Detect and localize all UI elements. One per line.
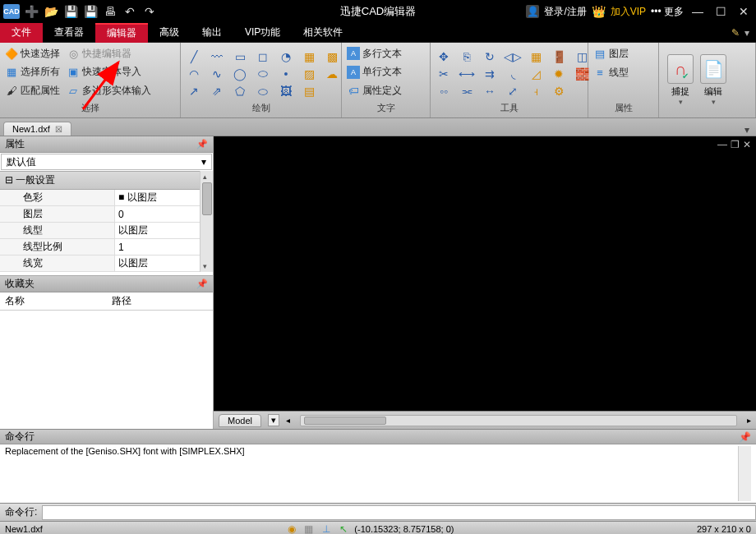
horizontal-scrollbar[interactable] [300,415,737,426]
favorites-col-path[interactable]: 路径 [107,294,214,308]
hscroll-right-icon[interactable]: ▸ [747,416,751,425]
linetype-button[interactable]: ≡线型 [593,66,653,80]
explode-tool-icon[interactable]: ✹ [551,66,567,82]
tab-file[interactable]: 文件 [0,23,43,43]
filetab-dropdown-icon[interactable]: ▾ [744,124,749,136]
tab-viewer[interactable]: 查看器 [43,23,95,43]
collapse-ribbon-icon[interactable]: ▾ [744,27,749,39]
doc-restore-icon[interactable]: ❐ [731,139,740,150]
layers-button[interactable]: ▤图层 [593,47,653,61]
maximize-button[interactable]: ☐ [712,3,730,20]
prop-val-ltscale[interactable]: 1 [115,239,200,255]
properties-section-general[interactable]: ⊟ 一般设置 [0,171,200,190]
polygon2-tool-icon[interactable]: ⬠ [232,83,248,99]
favorites-col-name[interactable]: 名称 [0,294,107,308]
save-icon[interactable]: 💾 [62,3,79,20]
prop-val-linetype[interactable]: 以图层 [115,223,200,238]
dashed-ellipse-tool-icon[interactable]: ⬭ [255,83,271,99]
offset-tool-icon[interactable]: ⇉ [482,66,498,82]
ellipse-tool-icon[interactable]: ⬭ [255,66,271,82]
ray-tool-icon[interactable]: ↗ [186,83,202,99]
door-tool-icon[interactable]: 🚪 [551,48,567,65]
login-link[interactable]: 登录/注册 [544,5,586,19]
image-tool-icon[interactable]: 🖼 [278,83,294,99]
properties-dropdown[interactable]: 默认值 ▾ [1,154,212,170]
xline-tool-icon[interactable]: ⇗ [209,83,225,99]
circle-tool-icon[interactable]: ◯ [232,66,248,82]
align-tool-icon[interactable]: ⫞ [528,83,544,99]
join-tool-icon[interactable]: ⫘ [459,83,475,99]
scale-tool-icon[interactable]: ⤢ [505,83,521,99]
attr-def-button[interactable]: 🏷属性定义 [347,84,425,98]
user-icon[interactable]: 👤 [526,5,539,18]
tab-output[interactable]: 输出 [191,23,233,43]
status-polar-icon[interactable]: ↖ [337,522,349,534]
prop-val-lineweight[interactable]: 以图层 [115,255,200,271]
tab-advanced[interactable]: 高级 [148,23,191,43]
more-menu[interactable]: ••• 更多 [651,5,684,19]
wall-tool-icon[interactable]: 🧱 [574,66,590,82]
chamfer-tool-icon[interactable]: ◿ [528,66,544,82]
quick-entity-import-button[interactable]: ▣快速实体导入 [67,65,141,79]
line-tool-icon[interactable]: ╱ [186,48,202,65]
doc-close-icon[interactable]: ✕ [743,139,751,150]
minimize-button[interactable]: — [689,3,707,20]
new-file-icon[interactable]: ➕ [23,3,39,20]
layout-dropdown-icon[interactable]: ▾ [268,414,279,426]
prop-val-color[interactable]: ■ 以图层 [115,190,200,205]
tab-related[interactable]: 相关软件 [292,23,354,43]
single-text-button[interactable]: A单行文本 [347,65,425,79]
mirror-tool-icon[interactable]: ◁▷ [505,48,521,65]
edit-button[interactable]: 📄 编辑 ▾ [697,54,730,106]
hscroll-left-icon[interactable]: ◂ [286,416,290,425]
trim-tool-icon[interactable]: ✂ [436,66,452,82]
command-input[interactable] [42,505,756,520]
array-tool-icon[interactable]: ▦ [528,48,544,65]
drawing-canvas[interactable]: — ❐ ✕ Model ▾ ◂ ▸ [214,136,756,429]
rect-dotted-tool-icon[interactable]: ◻ [255,48,271,65]
tab-vip[interactable]: VIP功能 [233,23,292,43]
polyline-tool-icon[interactable]: 〰 [209,48,225,65]
extend-tool-icon[interactable]: ⟷ [459,66,475,82]
doc-minimize-icon[interactable]: — [717,139,727,150]
vip-link[interactable]: 加入VIP [611,5,646,19]
file-tab[interactable]: New1.dxf ☒ [3,122,71,136]
pencil-edit-icon[interactable]: ✎ [731,27,740,39]
hatch-tool-icon[interactable]: ▦ [301,48,317,65]
pin-icon[interactable]: 📌 [739,431,751,443]
prop-val-layer[interactable]: 0 [115,206,200,222]
break-tool-icon[interactable]: ◦◦ [436,83,452,99]
osnap-button[interactable]: ∩✔ 捕捉 ▾ [664,54,697,106]
status-grid-icon[interactable]: ▦ [302,522,315,534]
pin-icon[interactable]: 📌 [196,279,208,289]
rectangle-tool-icon[interactable]: ▭ [232,48,248,65]
setting-tool-icon[interactable]: ⚙ [551,83,567,99]
fillet-tool-icon[interactable]: ◟ [505,66,521,82]
polygon-entity-input-button[interactable]: ▱多边形实体输入 [67,84,151,98]
select-all-button[interactable]: ▦选择所有 [5,65,60,79]
status-ortho-icon[interactable]: ⊥ [320,522,332,534]
status-circle-icon[interactable]: ◉ [285,522,297,534]
close-button[interactable]: ✕ [735,3,753,20]
command-history-scrollbar[interactable] [738,446,751,501]
rotate-tool-icon[interactable]: ↻ [482,48,498,65]
multiline-text-button[interactable]: A多行文本 [347,47,425,61]
hatch2-tool-icon[interactable]: ▩ [324,48,340,65]
properties-scrollbar[interactable] [200,171,213,272]
stretch-tool-icon[interactable]: ↔ [482,83,498,99]
print-icon[interactable]: 🖶 [102,3,118,20]
redo-icon[interactable]: ↷ [141,3,158,20]
region-tool-icon[interactable]: ▨ [301,66,317,82]
match-props-button[interactable]: 🖌匹配属性 [5,84,60,98]
save-as-icon[interactable]: 💾 [82,3,99,20]
point-tool-icon[interactable]: • [278,66,294,82]
move-tool-icon[interactable]: ✥ [436,48,452,65]
copy-tool-icon[interactable]: ⎘ [459,48,475,65]
table-tool-icon[interactable]: ▤ [301,83,317,99]
open-file-icon[interactable]: 📂 [43,3,59,20]
quick-select-button[interactable]: 🔶快速选择 [5,47,60,61]
undo-icon[interactable]: ↶ [122,3,138,20]
cloud-tool-icon[interactable]: ☁ [324,66,340,82]
file-tab-close-icon[interactable]: ☒ [55,125,62,134]
tab-editor[interactable]: 编辑器 [95,23,148,43]
